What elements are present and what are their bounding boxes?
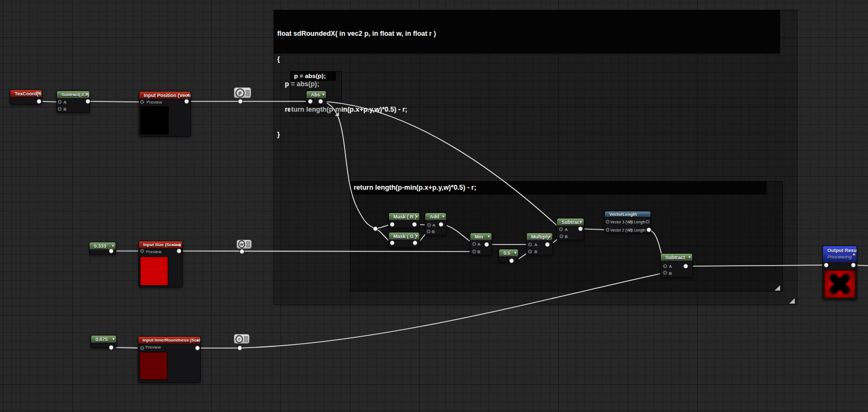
- wire-junction[interactable]: [373, 227, 378, 231]
- pin-output[interactable]: [484, 242, 489, 247]
- pin-input[interactable]: [308, 99, 312, 104]
- pin-output[interactable]: [109, 249, 113, 253]
- pin-output[interactable]: [647, 228, 651, 232]
- pin-output[interactable]: [509, 259, 514, 263]
- pin-layer: [0, 0, 868, 412]
- pin-input[interactable]: [58, 107, 61, 111]
- pin-input[interactable]: [427, 230, 430, 233]
- pin-output[interactable]: [86, 99, 90, 104]
- pin-output[interactable]: [413, 241, 417, 245]
- reroute-pin[interactable]: [238, 99, 242, 104]
- pin-input[interactable]: [427, 223, 431, 227]
- pin-input[interactable]: [606, 228, 609, 231]
- pin-input[interactable]: [390, 222, 394, 227]
- pin-output[interactable]: [439, 222, 443, 227]
- pin-output[interactable]: [851, 263, 856, 267]
- pin-input[interactable]: [606, 220, 609, 223]
- pin-input[interactable]: [528, 250, 532, 253]
- pin-input[interactable]: [58, 100, 61, 104]
- pin-output[interactable]: [412, 222, 417, 227]
- pin-input[interactable]: [663, 265, 667, 268]
- reroute-pin[interactable]: [238, 346, 242, 350]
- pin-output[interactable]: [545, 242, 550, 247]
- material-graph-canvas[interactable]: { "comments": { "function": { "line1": "…: [0, 0, 868, 412]
- pin-input[interactable]: [528, 243, 532, 246]
- pin-output[interactable]: [177, 249, 181, 253]
- pin-input[interactable]: [473, 250, 476, 253]
- reroute-pin[interactable]: [240, 249, 244, 254]
- pin-input[interactable]: [141, 100, 144, 104]
- pin-input[interactable]: [559, 228, 563, 231]
- pin-input[interactable]: [473, 242, 476, 246]
- pin-output[interactable]: [318, 99, 323, 104]
- pin-output[interactable]: [109, 345, 113, 350]
- pin-output[interactable]: [578, 227, 583, 231]
- pin-output[interactable]: [37, 99, 41, 104]
- pin-output[interactable]: [184, 99, 189, 104]
- pin-input[interactable]: [141, 249, 144, 253]
- pin-output[interactable]: [646, 220, 649, 223]
- pin-input[interactable]: [141, 346, 144, 350]
- pin-input[interactable]: [824, 263, 828, 267]
- pin-input[interactable]: [663, 271, 667, 274]
- pin-input[interactable]: [560, 235, 563, 238]
- pin-input[interactable]: [390, 241, 394, 245]
- pin-output[interactable]: [684, 264, 688, 268]
- pin-output[interactable]: [195, 346, 200, 350]
